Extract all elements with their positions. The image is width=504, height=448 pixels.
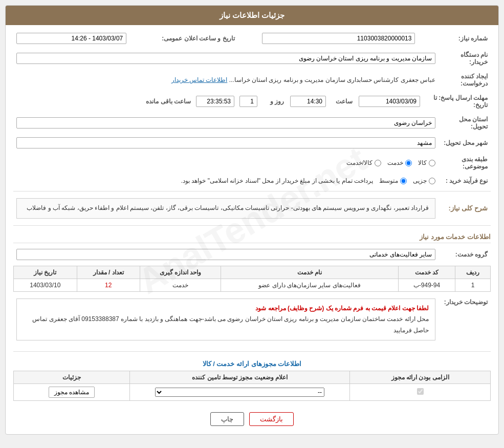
category-khedmat[interactable]: خدمت: [387, 159, 412, 166]
cell-row: 1: [455, 279, 491, 291]
permit-col-required: الزامی بودن ارائه مجوز: [350, 371, 491, 384]
buyer-org-label: نام دستگاه خریدار:: [439, 50, 490, 67]
table-row: 1 949-94-ب فعالیت‌های سایر سازمان‌های دا…: [14, 279, 491, 291]
cell-unit: خدمت: [140, 279, 221, 291]
buyer-desc-line2: محل ارائه خدمت ساختمان سازمان مدیریت و ب…: [23, 314, 429, 336]
requester-value: عباس جعفری کارشناس حسابداری سازمان مدیری…: [229, 76, 435, 83]
col-code: کد خدمت: [398, 266, 455, 279]
permit-col-status: اعلام وضعیت مجوز توسط تامین کننده: [129, 371, 349, 384]
permit-required-cell: [350, 384, 491, 401]
permit-row: -- مشاهده مجوز: [14, 384, 491, 401]
bottom-buttons: بازگشت چاپ: [13, 406, 491, 429]
process-jozyi[interactable]: جزیی: [413, 177, 435, 184]
permits-section-title: اطلاعات مجوزهای ارائه خدمت / کالا: [13, 356, 491, 371]
general-desc-value: قرارداد تعمیر، نگهداری و سرویس سیستم های…: [16, 198, 435, 219]
cell-code: 949-94-ب: [398, 279, 455, 291]
remaining-label: ساعت باقی مانده: [14, 93, 193, 110]
response-deadline-label: مهلت ارسال پاسخ: تا تاریخ:: [423, 93, 490, 110]
response-time-input[interactable]: [290, 96, 326, 107]
requester-link[interactable]: اطلاعات تماس خریدار: [171, 76, 228, 83]
buyer-desc-box: لطفا جهت اعلام قیمت به فرم شماره یک (شرح…: [16, 298, 435, 341]
category-kala-radio[interactable]: [429, 160, 435, 166]
category-khedmat-radio[interactable]: [405, 160, 412, 166]
category-radio-group: کالا خدمت کالا/خدمت: [16, 159, 435, 166]
response-remaining-input[interactable]: [196, 96, 234, 107]
cell-date: 1403/03/10: [14, 279, 77, 291]
permits-table: الزامی بودن ارائه مجوز اعلام وضعیت مجوز …: [13, 371, 491, 401]
announce-datetime-label: تاریخ و ساعت اعلان عمومی:: [129, 31, 236, 46]
process-motavaset-radio[interactable]: [400, 178, 407, 184]
process-radio-group: جزیی متوسط پرداخت تمام یا بخشی از مبلغ خ…: [16, 177, 435, 184]
buyer-desc-line1: لطفا جهت اعلام قیمت به فرم شماره یک (شرح…: [23, 303, 429, 314]
col-unit: واحد اندازه گیری: [140, 266, 221, 279]
time-label: ساعت: [329, 93, 355, 110]
cell-name: فعالیت‌های سایر سازمان‌های دارای عضو: [221, 279, 399, 291]
permit-status-cell: --: [129, 384, 349, 401]
services-table: ردیف کد خدمت نام خدمت واحد اندازه گیری ت…: [13, 266, 491, 292]
delivery-province-label: استان محل تحویل:: [439, 114, 490, 132]
delivery-city-input[interactable]: [16, 137, 435, 148]
requester-label: ایجاد کننده درخواست:: [439, 71, 490, 89]
process-note: پرداخت تمام یا بخشی از مبلغ خریدار از مح…: [181, 177, 373, 184]
process-jozyi-radio[interactable]: [429, 178, 435, 184]
permit-col-details: جزئیات: [14, 371, 130, 384]
category-kala-khedmat-radio[interactable]: [375, 160, 381, 166]
buyer-desc-label: توضیحات خریدار:: [439, 297, 490, 347]
process-type-label: نوع فرآیند خرید :: [439, 176, 490, 186]
need-number-input[interactable]: [262, 33, 415, 44]
service-group-label: گروه خدمت:: [439, 247, 490, 262]
page-title: جزئیات اطلاعات نیاز: [6, 6, 498, 25]
category-label: طبقه بندی موضوعی:: [439, 154, 490, 172]
announce-datetime-input[interactable]: [16, 33, 126, 44]
permit-status-select[interactable]: --: [155, 388, 324, 397]
permit-details-cell: مشاهده مجوز: [14, 384, 130, 401]
category-kala-khedmat[interactable]: کالا/خدمت: [346, 159, 381, 166]
permit-required-checkbox: [417, 388, 424, 395]
need-number-label: شماره نیاز:: [418, 31, 490, 46]
response-days-input[interactable]: [239, 96, 257, 107]
col-name: نام خدمت: [221, 266, 399, 279]
print-button[interactable]: چاپ: [210, 412, 244, 426]
col-row: ردیف: [455, 266, 491, 279]
general-desc-label: شرح کلی نیاز:: [439, 197, 490, 220]
service-group-input[interactable]: [16, 249, 435, 260]
col-date: تاریخ نیاز: [14, 266, 77, 279]
back-button[interactable]: بازگشت: [249, 412, 294, 426]
delivery-city-label: شهر محل تحویل:: [439, 136, 490, 150]
col-qty: تعداد / مقدار: [77, 266, 140, 279]
cell-qty: 12: [77, 279, 140, 291]
buyer-org-input[interactable]: [16, 53, 435, 64]
view-permit-button[interactable]: مشاهده مجوز: [49, 387, 95, 398]
services-section-title: اطلاعات خدمات مورد نیاز: [13, 230, 491, 243]
delivery-province-input[interactable]: [16, 117, 435, 129]
response-date-input[interactable]: [359, 96, 420, 107]
category-kala[interactable]: کالا: [418, 159, 435, 166]
process-motavaset[interactable]: متوسط: [379, 177, 407, 184]
day-label: روز و: [260, 93, 286, 110]
